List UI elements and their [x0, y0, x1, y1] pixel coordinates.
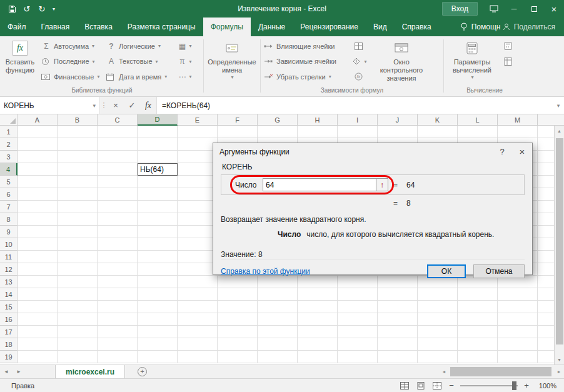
cell-I19[interactable]: [338, 351, 378, 363]
cell-B17[interactable]: [58, 326, 98, 338]
cell-L19[interactable]: [458, 351, 498, 363]
tab-view[interactable]: Вид: [366, 18, 395, 36]
cell-E3[interactable]: [178, 151, 218, 163]
zoom-out-button[interactable]: −: [448, 381, 455, 390]
enter-entry-button[interactable]: ✓: [124, 97, 140, 114]
zoom-level[interactable]: 100%: [535, 382, 556, 389]
tab-insert[interactable]: Вставка: [77, 18, 120, 36]
select-all-corner[interactable]: [0, 114, 18, 126]
error-checking-button[interactable]: ▾: [353, 55, 366, 68]
column-header-I[interactable]: I: [338, 114, 378, 126]
cell-D15[interactable]: [138, 301, 178, 313]
cell-D7[interactable]: [138, 201, 178, 213]
cell-D11[interactable]: [138, 251, 178, 263]
cell-K16[interactable]: [418, 313, 458, 326]
redo-icon[interactable]: ↻: [35, 2, 49, 16]
cell-B13[interactable]: [58, 276, 98, 288]
sheet-nav-left-icon[interactable]: ◄: [0, 365, 13, 378]
cell-A14[interactable]: [18, 288, 58, 301]
cell-I1[interactable]: [338, 126, 378, 138]
column-header-E[interactable]: E: [178, 114, 218, 126]
cell-M14[interactable]: [498, 288, 538, 301]
column-header-L[interactable]: L: [458, 114, 498, 126]
cell-F15[interactable]: [218, 301, 258, 313]
cell-H19[interactable]: [298, 351, 338, 363]
zoom-slider-thumb[interactable]: [512, 381, 516, 390]
add-sheet-button[interactable]: +: [138, 367, 147, 376]
cell-C3[interactable]: [98, 151, 138, 163]
signin-button[interactable]: Вход: [442, 2, 478, 16]
cell-E8[interactable]: [178, 213, 218, 226]
defined-names-button[interactable]: Определенные имена ▾: [205, 37, 259, 86]
cell-M16[interactable]: [498, 313, 538, 326]
cell-G17[interactable]: [258, 326, 298, 338]
dialog-help-icon[interactable]: ?: [492, 143, 512, 160]
cell-D4[interactable]: НЬ(64): [138, 163, 178, 176]
column-header-A[interactable]: A: [18, 114, 58, 126]
help-link[interactable]: Справка по этой функции: [221, 267, 310, 276]
cell-H1[interactable]: [298, 126, 338, 138]
zoom-in-button[interactable]: +: [523, 381, 530, 390]
vertical-scroll-track[interactable]: [555, 136, 564, 354]
sheet-nav-right-icon[interactable]: ►: [13, 365, 25, 378]
column-header-J[interactable]: J: [378, 114, 418, 126]
trace-precedents-button[interactable]: Влияющие ячейки: [264, 39, 348, 53]
column-header-H[interactable]: H: [298, 114, 338, 126]
horizontal-scroll-track[interactable]: [449, 365, 554, 378]
cell-B10[interactable]: [58, 238, 98, 251]
cell-A6[interactable]: [18, 188, 58, 201]
cell-J19[interactable]: [378, 351, 418, 363]
cancel-entry-button[interactable]: ×: [108, 97, 124, 114]
cell-B2[interactable]: [58, 138, 98, 151]
cell-A12[interactable]: [18, 263, 58, 276]
formula-bar-resize-handle[interactable]: ⋮: [100, 97, 108, 114]
cell-B5[interactable]: [58, 176, 98, 188]
trace-dependents-button[interactable]: Зависимые ячейки: [264, 55, 348, 68]
cell-B11[interactable]: [58, 251, 98, 263]
text-functions-button[interactable]: А Текстовые ▾: [106, 55, 171, 68]
cell-F16[interactable]: [218, 313, 258, 326]
cell-A10[interactable]: [18, 238, 58, 251]
cell-C8[interactable]: [98, 213, 138, 226]
cell-A4[interactable]: [18, 163, 58, 176]
row-header-7[interactable]: 7: [0, 201, 18, 213]
minimize-button[interactable]: ─: [504, 0, 524, 18]
cell-A7[interactable]: [18, 201, 58, 213]
cell-D10[interactable]: [138, 238, 178, 251]
cell-D2[interactable]: [138, 138, 178, 151]
cell-H18[interactable]: [298, 338, 338, 351]
cell-B14[interactable]: [58, 288, 98, 301]
cell-C6[interactable]: [98, 188, 138, 201]
row-header-18[interactable]: 18: [0, 338, 18, 351]
cell-D12[interactable]: [138, 263, 178, 276]
cell-I15[interactable]: [338, 301, 378, 313]
column-header-C[interactable]: C: [98, 114, 138, 126]
cell-B7[interactable]: [58, 201, 98, 213]
cell-L14[interactable]: [458, 288, 498, 301]
scroll-right-icon[interactable]: ►: [554, 369, 564, 374]
cell-I18[interactable]: [338, 338, 378, 351]
cell-D1[interactable]: [138, 126, 178, 138]
cell-E17[interactable]: [178, 326, 218, 338]
horizontal-scrollbar[interactable]: ◄ ►: [439, 365, 564, 378]
row-header-2[interactable]: 2: [0, 138, 18, 151]
formula-bar-expand-icon[interactable]: ▾: [553, 97, 564, 114]
scroll-left-icon[interactable]: ◄: [439, 369, 449, 374]
cell-A3[interactable]: [18, 151, 58, 163]
cell-A15[interactable]: [18, 301, 58, 313]
cell-F1[interactable]: [218, 126, 258, 138]
row-header-8[interactable]: 8: [0, 213, 18, 226]
name-box[interactable]: КОРЕНЬ ▾: [0, 97, 100, 114]
cell-H17[interactable]: [298, 326, 338, 338]
cell-E18[interactable]: [178, 338, 218, 351]
cell-D6[interactable]: [138, 188, 178, 201]
cell-G16[interactable]: [258, 313, 298, 326]
cell-G19[interactable]: [258, 351, 298, 363]
financial-button[interactable]: Финансовые ▾: [41, 70, 101, 83]
row-header-4[interactable]: 4: [0, 163, 18, 176]
cell-B8[interactable]: [58, 213, 98, 226]
ribbon-display-options-icon[interactable]: [484, 0, 504, 18]
tab-home[interactable]: Главная: [34, 18, 78, 36]
row-header-12[interactable]: 12: [0, 263, 18, 276]
lookup-reference-button[interactable]: ▦ ▾: [176, 39, 193, 53]
